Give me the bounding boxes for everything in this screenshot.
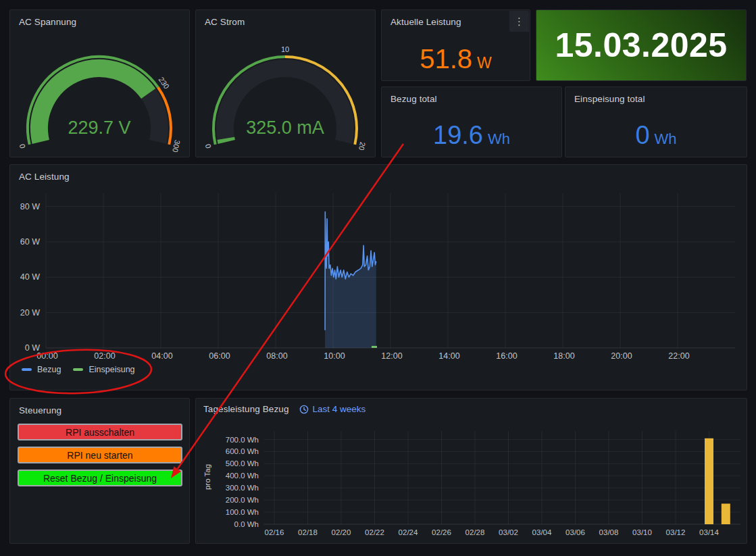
legend-color-dash: [73, 368, 83, 371]
ac-leistung-chart: 00:0002:0004:0006:0008:0010:0012:0014:00…: [10, 165, 747, 390]
x-axis-tick-label: 03/08: [599, 528, 619, 536]
legend-item-bezug[interactable]: Bezug: [22, 365, 61, 374]
panel-ac-strom: AC Strom 01020325.0 mA: [195, 9, 376, 157]
legend-color-dash: [22, 368, 32, 371]
rpi-neu-starten-button[interactable]: RPI neu starten: [18, 447, 182, 463]
y-axis-tick-label: 400.0 Wh: [226, 472, 259, 480]
aktuelle-leistung-unit: W: [477, 55, 492, 71]
x-axis-tick-label: 12:00: [381, 351, 402, 361]
gauge-value-text: 229.7 V: [68, 118, 130, 138]
reset-bezug-einspeisung-button[interactable]: Reset Bezug / Einspeisung: [18, 470, 182, 486]
bezug-total-unit: Wh: [488, 132, 510, 147]
y-axis-tick-label: 60 W: [20, 237, 40, 247]
rpi-ausschalten-button[interactable]: RPI ausschalten: [18, 424, 182, 440]
gauge-tick-label: 20: [357, 141, 367, 151]
date-value: 15.03.2025: [555, 26, 727, 65]
bezug-total-value: 19.6: [433, 122, 483, 148]
x-axis-tick-label: 03/12: [666, 528, 686, 536]
x-axis-tick-label: 02/26: [432, 528, 451, 536]
legend-item-einspeisung[interactable]: Einspeisung: [73, 365, 134, 374]
x-axis-tick-label: 03/04: [532, 528, 552, 536]
grafana-dashboard: AC Spannung 0230300229.7 V AC Strom 0102…: [0, 0, 756, 556]
x-axis-tick-label: 04:00: [151, 351, 172, 361]
x-axis-tick-label: 03/02: [499, 528, 518, 536]
x-axis-tick-label: 08:00: [266, 351, 287, 361]
x-axis-tick-label: 18:00: [553, 351, 574, 361]
x-axis-tick-label: 02/18: [298, 528, 318, 536]
panel-bezug-total: Bezug total 19.6 Wh: [381, 86, 562, 157]
x-axis-tick-label: 00:00: [36, 351, 57, 361]
panel-title: Aktuelle Leistung: [390, 17, 461, 27]
einspeisung-total-unit: Wh: [655, 132, 677, 147]
gauge-tick-label: 0: [203, 143, 212, 149]
x-axis-tick-label: 03/06: [565, 528, 585, 536]
ac-leistung-legend: BezugEinspeisung: [22, 365, 135, 374]
y-axis-tick-label: 20 W: [20, 308, 40, 318]
y-axis-tick-label: 600.0 Wh: [226, 447, 259, 455]
panel-ac-spannung: AC Spannung 0230300229.7 V: [9, 9, 190, 157]
legend-label: Bezug: [37, 365, 61, 374]
x-axis-tick-label: 10:00: [324, 351, 345, 361]
bar-03/14: [705, 438, 713, 524]
panel-title: Steuerung: [19, 405, 61, 415]
panel-datum: 15.03.2025: [536, 9, 747, 81]
x-axis-tick-label: 14:00: [438, 351, 459, 361]
x-axis-tick-label: 02/22: [365, 528, 384, 536]
x-axis-tick-label: 03/14: [699, 528, 719, 536]
gauge-tick-label: 0: [18, 143, 26, 149]
aktuelle-leistung-value: 51.8: [420, 45, 472, 72]
ac-spannung-gauge: 0230300229.7 V: [10, 10, 189, 157]
gauge-value-arc: [226, 138, 226, 142]
bezug-series-fill: [325, 212, 376, 349]
ac-strom-gauge: 01020325.0 mA: [196, 10, 375, 157]
panel-tagesleistung: Tagesleistung Bezug Last 4 weeks pro Tag…: [195, 398, 747, 544]
panel-aktuelle-leistung: Aktuelle Leistung ⋮ 51.8 W: [381, 9, 530, 81]
x-axis-tick-label: 06:00: [209, 351, 230, 361]
x-axis-tick-label: 02:00: [94, 351, 115, 361]
panel-title: Bezug total: [390, 94, 437, 104]
gauge-tick-label: 10: [281, 45, 289, 53]
x-axis-tick-label: 02/20: [332, 528, 351, 536]
y-axis-tick-label: 500.0 Wh: [226, 459, 259, 467]
x-axis-tick-label: 02/24: [399, 528, 418, 536]
x-axis-tick-label: 02/28: [465, 528, 485, 536]
y-axis-tick-label: 80 W: [20, 202, 40, 211]
y-axis-tick-label: 0.0 Wh: [234, 520, 259, 528]
x-axis-tick-label: 20:00: [611, 351, 632, 361]
y-axis-tick-label: 100.0 Wh: [226, 508, 259, 516]
gauge-tick-label: 300: [171, 139, 182, 153]
bar-03/15: [722, 504, 730, 525]
y-axis-tick-label: 200.0 Wh: [226, 496, 259, 504]
y-axis-tick-label: 0 W: [25, 343, 40, 353]
x-axis-tick-label: 03/10: [632, 528, 652, 536]
panel-einspeisung-total: Einspeisung total 0 Wh: [565, 86, 747, 157]
x-axis-tick-label: 22:00: [668, 351, 689, 361]
panel-title: Einspeisung total: [574, 94, 645, 104]
legend-label: Einspeisung: [89, 365, 134, 374]
steuerung-buttons: RPI ausschaltenRPI neu startenReset Bezu…: [18, 424, 182, 492]
x-axis-tick-label: 16:00: [496, 351, 517, 361]
y-axis-tick-label: 300.0 Wh: [226, 484, 259, 492]
tagesleistung-chart: 02/1602/1802/2002/2202/2402/2602/2803/02…: [196, 399, 747, 543]
einspeisung-total-value: 0: [635, 122, 649, 148]
gauge-value-text: 325.0 mA: [246, 118, 324, 138]
y-axis-tick-label: 700.0 Wh: [226, 436, 259, 444]
panel-ac-leistung: AC Leistung 00:0002:0004:0006:0008:0010:…: [9, 164, 747, 390]
y-axis-tick-label: 40 W: [20, 272, 40, 282]
x-axis-tick-label: 02/16: [265, 528, 284, 536]
kebab-menu-icon[interactable]: ⋮: [509, 11, 529, 32]
panel-steuerung: Steuerung RPI ausschaltenRPI neu starten…: [9, 398, 190, 544]
